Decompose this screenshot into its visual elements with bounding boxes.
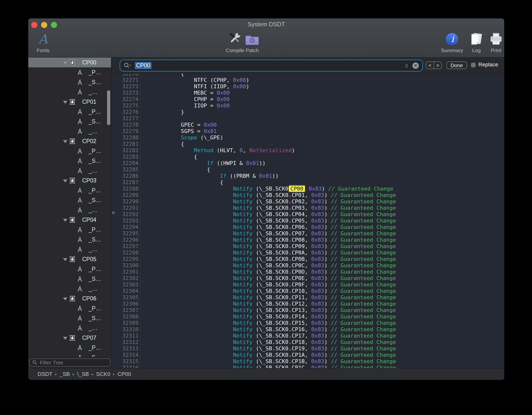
tree-item[interactable]: _S… — [28, 353, 111, 357]
toolbar-item-patch[interactable]: Patch — [237, 31, 267, 53]
tree-item[interactable]: _S… — [28, 274, 111, 284]
search-input[interactable]: CP00 3 ✕ — [121, 60, 422, 71]
replace-checkbox[interactable] — [471, 63, 476, 67]
breadcrumb-item[interactable]: \_SB — [77, 371, 89, 377]
scope-icon — [69, 255, 76, 264]
tree-group-CP02[interactable]: CP02 — [28, 136, 111, 146]
line-number: 32302 — [111, 275, 140, 282]
line-number: 32303 — [111, 282, 140, 288]
breadcrumb-separator-icon: ▸ — [113, 372, 115, 376]
code-line: 32304 Notify (\_SB.SCK0.CP10, 0x83) // G… — [111, 288, 504, 294]
method-icon — [77, 197, 83, 205]
patch-folder-icon — [237, 31, 267, 47]
tree-item[interactable]: _S… — [28, 156, 111, 166]
line-number: 32281 — [111, 141, 140, 147]
tree-group-CP05[interactable]: CP05 — [28, 254, 111, 264]
toolbar-item-print[interactable]: Print — [481, 31, 504, 53]
scope-icon — [69, 295, 76, 303]
code-line: 32300 Notify (\_SB.SCK0.CP0C, 0x83) // G… — [111, 262, 504, 269]
disclosure-triangle-icon[interactable] — [63, 297, 67, 300]
find-previous-button[interactable]: < — [426, 62, 434, 69]
tree-group-CP00[interactable]: CP00 — [28, 58, 111, 67]
tree-item[interactable]: _S… — [28, 77, 111, 87]
code-line: 32306 Notify (\_SB.SCK0.CP12, 0x83) // G… — [111, 301, 504, 307]
tree-item[interactable]: _… — [28, 87, 111, 97]
line-number: 32312 — [111, 339, 140, 345]
content-area: CP00 _P… _S… _… CP01 _P… _S… _… CP02 _P…… — [28, 58, 504, 368]
tree-item[interactable]: _P… — [28, 185, 111, 195]
line-number: 32304 — [111, 288, 140, 294]
code-line: 32274 CPHP = 0x00 — [111, 96, 504, 103]
code-line: 32314 Notify (\_SB.SCK0.CP1A, 0x83) // G… — [111, 352, 504, 358]
breadcrumb-item[interactable]: SCK0 — [96, 371, 110, 377]
line-number: 32300 — [111, 262, 140, 269]
method-icon — [77, 285, 83, 293]
tree-item[interactable]: _S… — [28, 195, 111, 205]
tree-item[interactable]: _P… — [28, 343, 111, 353]
tree-item[interactable]: _… — [28, 284, 111, 294]
disclosure-triangle-icon[interactable] — [63, 258, 67, 261]
line-number: 32280 — [111, 134, 140, 141]
tree-item[interactable]: _… — [28, 205, 111, 215]
code-line: 32289 Notify (\_SB.SCK0.CP01, 0x83) // G… — [111, 192, 504, 198]
tree-item[interactable]: _… — [28, 323, 111, 333]
tree-item[interactable]: _P… — [28, 303, 111, 313]
done-button[interactable]: Done — [446, 61, 467, 69]
line-number: 32288 — [111, 186, 140, 192]
disclosure-triangle-icon[interactable] — [63, 140, 67, 143]
tree-item[interactable]: _P… — [28, 107, 111, 117]
divider-handle[interactable] — [112, 211, 115, 214]
tree-item[interactable]: _S… — [28, 235, 111, 244]
breadcrumb-separator-icon: ▸ — [73, 372, 75, 376]
disclosure-triangle-icon[interactable] — [63, 337, 67, 340]
search-menu-icon[interactable] — [124, 62, 132, 69]
line-number: 32294 — [111, 224, 140, 230]
tree-group-CP03[interactable]: CP03 — [28, 176, 111, 185]
code-line: 32305 Notify (\_SB.SCK0.CP11, 0x83) // G… — [111, 294, 504, 301]
sidebar-scrollbar[interactable] — [107, 90, 110, 125]
tree-item[interactable]: _… — [28, 166, 111, 176]
tree-item[interactable]: _P… — [28, 67, 111, 77]
clear-search-icon[interactable]: ✕ — [412, 62, 419, 69]
method-icon — [77, 344, 83, 352]
breadcrumb-item[interactable]: CP00 — [118, 371, 131, 377]
disclosure-triangle-icon[interactable] — [63, 179, 67, 182]
tree-item[interactable]: _… — [28, 126, 111, 136]
tree-item[interactable]: _P… — [28, 146, 111, 156]
line-number: 32284 — [111, 160, 140, 166]
scope-icon — [69, 334, 76, 343]
line-number: 32299 — [111, 256, 140, 262]
tree-item[interactable]: _S… — [28, 117, 111, 126]
line-number: 32290 — [111, 198, 140, 205]
code-line: 32287 { — [111, 179, 504, 186]
disclosure-triangle-icon[interactable] — [63, 101, 67, 104]
tree-item[interactable]: _P… — [28, 225, 111, 235]
find-bar: CP00 3 ✕ < > Done Replace — [111, 58, 504, 73]
method-icon — [77, 207, 83, 214]
find-next-button[interactable]: > — [434, 62, 441, 69]
line-number: 32310 — [111, 326, 140, 333]
code-editor[interactable]: 32270 {32271 NTFC (CPHP, 0x00)32272 NTFI… — [111, 74, 504, 368]
tree-group-CP04[interactable]: CP04 — [28, 215, 111, 225]
filter-tree-input[interactable] — [39, 359, 110, 366]
line-number: 32306 — [111, 301, 140, 307]
tree-group-CP01[interactable]: CP01 — [28, 97, 111, 107]
disclosure-triangle-icon[interactable] — [63, 61, 67, 64]
breadcrumb-item[interactable]: _SB — [60, 371, 70, 377]
tree-group-CP06[interactable]: CP06 — [28, 294, 111, 303]
method-icon — [77, 305, 83, 313]
disclosure-triangle-icon[interactable] — [63, 219, 67, 222]
tree-item[interactable]: _P… — [28, 264, 111, 274]
code-line: 32302 Notify (\_SB.SCK0.CP0E, 0x83) // G… — [111, 275, 504, 282]
method-icon — [77, 118, 83, 126]
tree-item[interactable]: _S… — [28, 313, 111, 323]
method-icon — [77, 158, 83, 165]
tree-group-CP07[interactable]: CP07 — [28, 333, 111, 343]
toolbar-item-fonts[interactable]: A Fonts — [28, 31, 58, 53]
code-line: 32273 MEBC = 0x00 — [111, 90, 504, 96]
filter-tree-field[interactable] — [29, 358, 110, 367]
breadcrumb-item[interactable]: DSDT — [38, 371, 52, 377]
tree-item[interactable]: _… — [28, 244, 111, 254]
code-line: 32281 { — [111, 141, 504, 147]
method-icon — [77, 128, 83, 136]
